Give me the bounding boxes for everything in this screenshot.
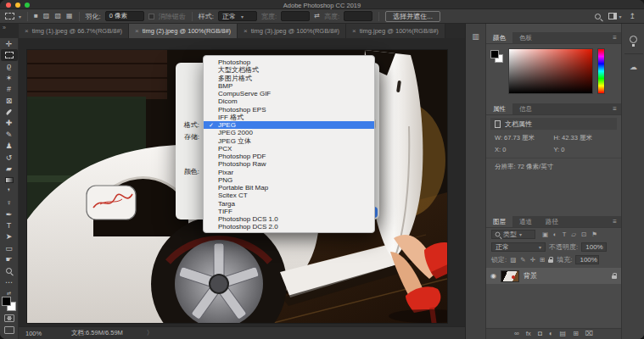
format-option[interactable]: Dicom [204, 97, 374, 105]
quick-selection-tool[interactable]: ✶ [1, 72, 18, 83]
properties-tab-属性[interactable]: 属性 [486, 103, 512, 114]
filter-pixel-layers-icon[interactable]: ▣ [542, 231, 548, 238]
lock-move-icon[interactable]: ✛ [530, 257, 535, 264]
eraser-tool[interactable]: ▰ [1, 163, 18, 174]
type-tool[interactable]: T [1, 220, 18, 231]
close-tab-icon[interactable]: × [244, 27, 248, 35]
document-tab-3[interactable]: ×timg (3).jpeg @ 100%(RGB/8#) [238, 24, 346, 38]
format-option[interactable]: Portable Bit Map [204, 184, 374, 192]
lock-transparent-icon[interactable]: ▨ [510, 257, 516, 264]
move-tool[interactable]: ✛ [1, 38, 18, 49]
format-option[interactable]: Photoshop DCS 1.0 [204, 215, 374, 223]
document-tab-1[interactable]: ×timg (1).jpeg @ 66.7%(RGB/8#) [19, 24, 129, 38]
format-option[interactable]: Photoshop PDF [204, 153, 374, 160]
filter-adjustment-layers-icon[interactable]: ◐ [553, 231, 557, 238]
gradient-tool[interactable] [1, 175, 18, 186]
height-input[interactable] [344, 11, 372, 21]
panel-menu-icon[interactable]: ≡ [608, 216, 621, 227]
zoom-level[interactable]: 100% [25, 330, 59, 337]
color-tab-颜色[interactable]: 颜色 [486, 32, 512, 43]
layers-tab-通道[interactable]: 通道 [512, 216, 539, 227]
edit-toolbar-button[interactable]: ⋯ [1, 276, 18, 287]
selection-new-icon[interactable]: ■ [34, 13, 38, 19]
properties-tab-信息[interactable]: 信息 [512, 103, 539, 114]
filter-type-layers-icon[interactable]: T [563, 231, 567, 238]
spot-healing-brush-tool[interactable]: ✚ [1, 118, 18, 129]
format-option[interactable]: PCX [204, 145, 374, 153]
add-mask-icon[interactable]: ◘ [538, 331, 542, 337]
lock-all-icon[interactable] [548, 259, 553, 264]
eyedropper-tool[interactable] [1, 106, 18, 117]
antialias-checkbox[interactable] [148, 14, 154, 19]
format-option[interactable]: Scitex CT [204, 192, 374, 199]
filter-pin-icon[interactable]: ⚑ [591, 231, 597, 238]
libraries-cloud-icon[interactable]: ☁ [622, 63, 644, 71]
learn-bulb-icon[interactable] [630, 36, 637, 43]
group-layers-icon[interactable]: ▤ [560, 331, 567, 337]
layer-visibility-icon[interactable]: ◉ [490, 272, 496, 280]
path-selection-tool[interactable]: ➤ [1, 231, 18, 242]
share-icon[interactable]: ↥ [629, 13, 636, 20]
new-layer-icon[interactable]: ⊞ [573, 331, 579, 337]
lock-artboard-icon[interactable]: ⊞ [540, 257, 545, 264]
document-tab-2[interactable]: ×timg (2).jpeg @ 100%(RGB/8#) [129, 24, 238, 38]
format-option[interactable]: 多图片格式 [204, 75, 374, 82]
pen-tool[interactable]: ✒ [1, 208, 18, 220]
selection-intersect-icon[interactable]: ▦ [66, 13, 73, 19]
quick-mask-button[interactable] [4, 314, 14, 322]
format-option[interactable]: PNG [204, 176, 374, 184]
layer-effects-icon[interactable]: fx [526, 331, 531, 337]
color-tab-色板[interactable]: 色板 [512, 32, 539, 43]
layer-row-background[interactable]: ◉ 背景 [486, 268, 621, 284]
panel-menu-icon[interactable]: ≡ [608, 32, 621, 43]
format-option[interactable]: Photoshop Raw [204, 160, 374, 168]
history-panel-icon[interactable]: ▥ [471, 32, 481, 41]
panel-menu-icon[interactable]: ≡ [608, 103, 621, 114]
format-option[interactable]: Pixar [204, 169, 374, 176]
crop-tool[interactable]: # [1, 84, 18, 95]
dodge-tool[interactable]: ♀ [1, 197, 18, 208]
format-option[interactable]: Targa [204, 200, 374, 208]
fill-select[interactable]: 100% [575, 255, 599, 264]
lock-paint-icon[interactable]: ✎ [520, 257, 525, 264]
selection-subtract-icon[interactable]: ▧ [54, 13, 61, 19]
hue-bar[interactable] [597, 48, 605, 94]
canvas-area[interactable]: 格式: 存储: 颜色: ▲▼ Photoshop大型文档格式多图片格式BMPCo… [19, 38, 465, 326]
close-tab-icon[interactable]: × [352, 27, 356, 35]
saturation-box[interactable] [508, 48, 593, 94]
layer-filter-select[interactable]: 类型 ▾ [491, 230, 535, 239]
layers-tab-路径[interactable]: 路径 [539, 216, 565, 227]
foreground-color-swatch[interactable] [2, 297, 11, 306]
selection-add-icon[interactable]: ▨ [43, 13, 50, 19]
link-layers-icon[interactable]: ∞ [514, 331, 519, 337]
search-icon[interactable] [595, 14, 601, 19]
format-option[interactable]: Photoshop DCS 2.0 [204, 223, 374, 231]
screen-mode-button[interactable] [4, 326, 14, 334]
brush-tool[interactable]: ✎ [1, 129, 18, 140]
chevron-down-icon[interactable]: ▾ [19, 14, 21, 19]
status-options-chevron[interactable]: 〉 [147, 329, 154, 337]
format-option[interactable]: TIFF [204, 208, 374, 215]
style-select[interactable]: 正常 ▾ [218, 11, 257, 21]
blur-tool[interactable]: ❜ [1, 186, 18, 197]
rectangular-marquee-tool[interactable] [1, 49, 18, 60]
clone-stamp-tool[interactable]: ♟ [1, 141, 18, 152]
delete-layer-icon[interactable]: ⌧ [585, 331, 593, 337]
layers-tab-图层[interactable]: 图层 [486, 216, 512, 227]
format-option[interactable]: IFF 格式 [204, 114, 374, 121]
tool-preset-marquee-icon[interactable] [5, 13, 14, 19]
swap-dimensions-icon[interactable]: ⇄ [314, 13, 320, 19]
select-and-mask-button[interactable]: 选择并遮住... [385, 11, 440, 22]
foreground-color-swatch[interactable] [490, 50, 499, 58]
width-input[interactable] [281, 11, 310, 21]
opacity-select[interactable]: 100% [581, 242, 607, 252]
filter-shape-layers-icon[interactable]: ▱ [571, 231, 576, 238]
feather-input[interactable]: 0 像素 [105, 11, 144, 21]
rectangle-tool[interactable]: ▭ [1, 242, 18, 253]
close-tab-icon[interactable]: × [135, 27, 139, 35]
history-brush-tool[interactable]: ↺ [1, 152, 18, 163]
frame-tool[interactable]: ⊠ [1, 95, 18, 106]
swap-colors-icon[interactable]: ⇄ [7, 290, 11, 296]
adjustment-layer-icon[interactable]: ◐ [549, 331, 553, 337]
close-tab-icon[interactable]: × [25, 27, 29, 35]
